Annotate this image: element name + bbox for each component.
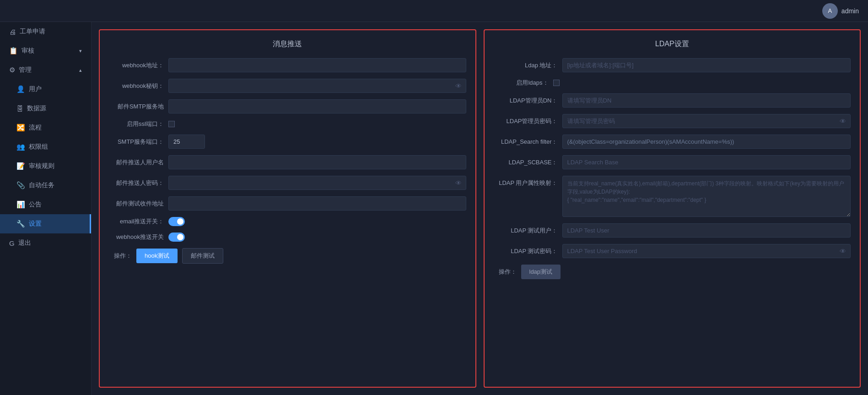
ldap-test-pass-eye-icon[interactable]: 👁	[840, 248, 846, 255]
ssl-label: 启用ssl端口：	[109, 120, 164, 128]
admin-label: admin	[841, 7, 859, 15]
sidebar-item-auditrule[interactable]: 📝审核规则	[0, 157, 91, 176]
sidebar-item-settings[interactable]: 🔧设置	[0, 214, 91, 233]
ldap-attr-map-textarea[interactable]	[562, 176, 851, 217]
sidebar-label-workorder: 工单申请	[20, 27, 45, 36]
sidebar-label-user: 用户	[29, 85, 42, 93]
audit-icon: 📋	[9, 47, 18, 55]
msg-ops-row: 操作： hook测试 邮件测试	[109, 248, 466, 264]
ldap-admin-pass-eye-icon[interactable]: 👁	[840, 118, 846, 125]
sidebar-item-user[interactable]: 👤用户	[0, 80, 91, 99]
logout-icon: G	[9, 239, 15, 247]
mail-test-row: 邮件测试收件地址	[109, 196, 466, 211]
webhook-toggle-label: webhook推送开关	[109, 233, 164, 241]
ldap-admin-pass-label: LDAP管理员密码：	[494, 117, 558, 125]
ldap-attr-map-label: LDAP 用户属性映射：	[494, 176, 558, 187]
email-toggle-row: email推送开关：	[109, 217, 466, 226]
sidebar-label-audit: 审核	[22, 47, 34, 55]
sidebar-item-workorder[interactable]: 🖨工单申请	[0, 22, 91, 41]
ldap-test-pass-label: LDAP 测试密码：	[494, 247, 558, 255]
mail-pass-input[interactable]	[168, 176, 466, 190]
avatar: A	[822, 3, 838, 19]
smtp-port-input[interactable]	[168, 135, 205, 149]
ldap-admin-pass-row: LDAP管理员密码： 👁	[494, 114, 851, 128]
ldap-test-button[interactable]: ldap测试	[521, 265, 561, 279]
ldaps-label: 启用ldaps：	[494, 79, 549, 87]
ldap-admin-pass-input[interactable]	[562, 114, 851, 128]
sidebar-item-flow[interactable]: 🔀流程	[0, 118, 91, 137]
mail-user-label: 邮件推送人用户名	[109, 158, 164, 167]
mail-user-row: 邮件推送人用户名	[109, 155, 466, 169]
smtp-host-input[interactable]	[168, 99, 466, 114]
sidebar-item-logout[interactable]: G退出	[0, 233, 91, 253]
mail-test-input[interactable]	[168, 196, 466, 211]
webhook-secret-eye-icon[interactable]: 👁	[455, 82, 462, 90]
smtp-host-label: 邮件SMTP服务地	[109, 103, 164, 111]
sidebar-item-audit[interactable]: 📋审核▾	[0, 41, 91, 60]
webhook-toggle-row: webhook推送开关	[109, 233, 466, 242]
sidebar-item-notice[interactable]: 📊公告	[0, 195, 91, 214]
ldap-test-user-row: LDAP 测试用户：	[494, 223, 851, 238]
webhook-secret-input[interactable]	[168, 79, 466, 93]
ldap-addr-input[interactable]	[562, 58, 851, 72]
ldap-test-pass-row: LDAP 测试密码： 👁	[494, 244, 851, 258]
ldap-scbase-input[interactable]	[562, 155, 851, 169]
auditrule-icon: 📝	[16, 162, 25, 170]
ldap-admin-dn-input[interactable]	[562, 93, 851, 108]
ldap-panel: LDAP设置 Ldap 地址： 启用ldaps： LDAP管理员DN： LDAP…	[484, 29, 861, 388]
mail-pass-eye-icon[interactable]: 👁	[455, 179, 462, 187]
sidebar-item-autotask[interactable]: 📎自动任务	[0, 176, 91, 195]
mail-user-input[interactable]	[168, 155, 466, 169]
ldap-admin-pass-wrap: 👁	[562, 114, 851, 128]
sidebar-label-manage: 管理	[19, 66, 32, 74]
webhook-url-input[interactable]	[168, 58, 466, 72]
ssl-checkbox[interactable]	[168, 121, 175, 127]
sidebar-item-datasource[interactable]: 🗄数据源	[0, 99, 91, 118]
mail-test-button[interactable]: 邮件测试	[182, 248, 223, 264]
ldap-test-user-label: LDAP 测试用户：	[494, 227, 558, 235]
ldap-test-user-input[interactable]	[562, 223, 851, 238]
ldap-search-filter-row: LDAP_Search filter：	[494, 135, 851, 149]
topbar: A admin	[0, 0, 868, 22]
audit-arrow-icon: ▾	[79, 48, 82, 54]
user-icon: 👤	[16, 85, 25, 93]
ldap-attr-map-row: LDAP 用户属性映射：	[494, 176, 851, 217]
ldap-admin-dn-label: LDAP管理员DN：	[494, 97, 558, 105]
ldap-search-filter-label: LDAP_Search filter：	[494, 138, 558, 146]
smtp-port-row: SMTP服务端口：	[109, 135, 466, 149]
webhook-secret-wrap: 👁	[168, 79, 466, 93]
msg-ops-label: 操作：	[109, 252, 132, 260]
webhook-secret-row: webhook秘钥： 👁	[109, 79, 466, 93]
mail-pass-row: 邮件推送人密码： 👁	[109, 176, 466, 190]
ldap-addr-label: Ldap 地址：	[494, 61, 558, 70]
hook-test-button[interactable]: hook测试	[136, 249, 178, 263]
flow-icon: 🔀	[16, 124, 25, 132]
mail-pass-wrap: 👁	[168, 176, 466, 190]
sidebar-label-autotask: 自动任务	[29, 181, 54, 189]
smtp-port-label: SMTP服务端口：	[109, 138, 164, 146]
ldap-ops-label: 操作：	[494, 268, 517, 276]
ldap-test-pass-input[interactable]	[562, 244, 851, 258]
webhook-url-label: webhook地址：	[109, 61, 164, 70]
mail-pass-label: 邮件推送人密码：	[109, 179, 164, 187]
email-toggle[interactable]	[168, 217, 185, 226]
datasource-icon: 🗄	[16, 105, 23, 113]
ldap-ops-row: 操作： ldap测试	[494, 265, 851, 279]
ldaps-checkbox-row: 启用ldaps：	[494, 79, 851, 87]
sidebar-item-permission[interactable]: 👥权限组	[0, 137, 91, 157]
sidebar-item-manage[interactable]: ⚙管理▴	[0, 60, 91, 80]
manage-icon: ⚙	[9, 66, 15, 74]
main-layout: 🖨工单申请📋审核▾⚙管理▴👤用户🗄数据源🔀流程👥权限组📝审核规则📎自动任务📊公告…	[0, 22, 868, 395]
ldap-search-filter-input[interactable]	[562, 135, 851, 149]
ldap-admin-dn-row: LDAP管理员DN：	[494, 93, 851, 108]
sidebar: 🖨工单申请📋审核▾⚙管理▴👤用户🗄数据源🔀流程👥权限组📝审核规则📎自动任务📊公告…	[0, 22, 92, 395]
autotask-icon: 📎	[16, 181, 25, 189]
email-toggle-label: email推送开关：	[109, 217, 164, 226]
content-area: 消息推送 webhook地址： webhook秘钥： 👁 邮件SMTP服务地	[92, 22, 868, 395]
webhook-toggle[interactable]	[168, 233, 185, 242]
webhook-secret-label: webhook秘钥：	[109, 82, 164, 90]
ldap-panel-title: LDAP设置	[494, 39, 851, 49]
mail-test-label: 邮件测试收件地址	[109, 200, 164, 208]
ldaps-checkbox[interactable]	[553, 80, 560, 86]
permission-icon: 👥	[16, 143, 25, 151]
